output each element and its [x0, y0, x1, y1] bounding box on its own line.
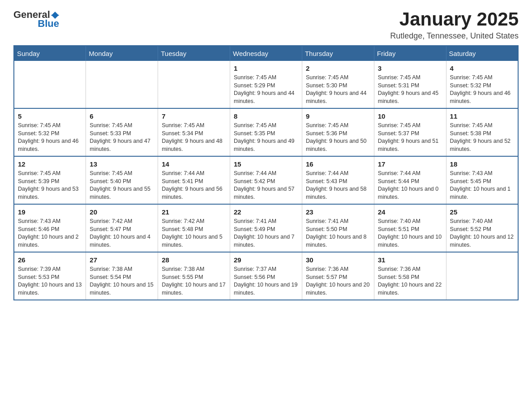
day-of-week-header: Saturday: [446, 46, 518, 61]
calendar-cell: 13Sunrise: 7:45 AM Sunset: 5:40 PM Dayli…: [86, 156, 158, 204]
day-number: 11: [450, 111, 514, 121]
day-info: Sunrise: 7:43 AM Sunset: 5:46 PM Dayligh…: [18, 218, 82, 249]
day-info: Sunrise: 7:38 AM Sunset: 5:55 PM Dayligh…: [162, 265, 226, 297]
day-info: Sunrise: 7:45 AM Sunset: 5:39 PM Dayligh…: [18, 170, 82, 201]
day-info: Sunrise: 7:41 AM Sunset: 5:50 PM Dayligh…: [306, 218, 370, 249]
calendar-cell: [86, 61, 158, 108]
logo-text-blue: Blue: [38, 18, 59, 30]
calendar-cell: 23Sunrise: 7:41 AM Sunset: 5:50 PM Dayli…: [302, 204, 374, 252]
day-number: 30: [306, 255, 370, 265]
calendar-cell: 26Sunrise: 7:39 AM Sunset: 5:53 PM Dayli…: [14, 252, 86, 300]
calendar-week-row: 19Sunrise: 7:43 AM Sunset: 5:46 PM Dayli…: [14, 204, 518, 252]
calendar-cell: 1Sunrise: 7:45 AM Sunset: 5:29 PM Daylig…: [230, 61, 302, 108]
day-info: Sunrise: 7:45 AM Sunset: 5:40 PM Dayligh…: [90, 170, 154, 201]
calendar-cell: 11Sunrise: 7:45 AM Sunset: 5:38 PM Dayli…: [446, 108, 518, 156]
day-number: 6: [90, 111, 154, 121]
day-number: 24: [378, 207, 442, 217]
calendar-cell: 15Sunrise: 7:44 AM Sunset: 5:42 PM Dayli…: [230, 156, 302, 204]
day-number: 2: [306, 64, 370, 73]
day-info: Sunrise: 7:45 AM Sunset: 5:32 PM Dayligh…: [450, 74, 514, 105]
day-info: Sunrise: 7:45 AM Sunset: 5:31 PM Dayligh…: [378, 74, 442, 105]
day-number: 3: [378, 64, 442, 73]
day-number: 31: [378, 255, 442, 265]
day-info: Sunrise: 7:45 AM Sunset: 5:37 PM Dayligh…: [378, 122, 442, 153]
calendar-cell: 6Sunrise: 7:45 AM Sunset: 5:33 PM Daylig…: [86, 108, 158, 156]
calendar-cell: 10Sunrise: 7:45 AM Sunset: 5:37 PM Dayli…: [374, 108, 446, 156]
calendar-cell: 22Sunrise: 7:41 AM Sunset: 5:49 PM Dayli…: [230, 204, 302, 252]
logo: General Blue: [13, 9, 59, 30]
calendar-cell: 20Sunrise: 7:42 AM Sunset: 5:47 PM Dayli…: [86, 204, 158, 252]
day-number: 19: [18, 207, 82, 217]
day-number: 18: [450, 159, 514, 169]
calendar-table: SundayMondayTuesdayWednesdayThursdayFrid…: [13, 45, 519, 300]
calendar-cell: 19Sunrise: 7:43 AM Sunset: 5:46 PM Dayli…: [14, 204, 86, 252]
day-number: 16: [306, 159, 370, 169]
calendar-cell: 3Sunrise: 7:45 AM Sunset: 5:31 PM Daylig…: [374, 61, 446, 108]
calendar-week-row: 12Sunrise: 7:45 AM Sunset: 5:39 PM Dayli…: [14, 156, 518, 204]
day-number: 29: [234, 255, 298, 265]
calendar-week-row: 26Sunrise: 7:39 AM Sunset: 5:53 PM Dayli…: [14, 252, 518, 300]
day-number: 14: [162, 159, 226, 169]
day-info: Sunrise: 7:43 AM Sunset: 5:45 PM Dayligh…: [450, 170, 514, 201]
day-info: Sunrise: 7:38 AM Sunset: 5:54 PM Dayligh…: [90, 265, 154, 297]
calendar-cell: 18Sunrise: 7:43 AM Sunset: 5:45 PM Dayli…: [446, 156, 518, 204]
day-number: 5: [18, 111, 82, 121]
calendar-cell: 25Sunrise: 7:40 AM Sunset: 5:52 PM Dayli…: [446, 204, 518, 252]
day-info: Sunrise: 7:40 AM Sunset: 5:52 PM Dayligh…: [450, 218, 514, 249]
calendar-cell: 28Sunrise: 7:38 AM Sunset: 5:55 PM Dayli…: [158, 252, 230, 300]
day-of-week-header: Monday: [86, 46, 158, 61]
day-number: 20: [90, 207, 154, 217]
day-number: 23: [306, 207, 370, 217]
calendar-header-row: SundayMondayTuesdayWednesdayThursdayFrid…: [14, 46, 518, 61]
day-info: Sunrise: 7:39 AM Sunset: 5:53 PM Dayligh…: [18, 265, 82, 297]
day-info: Sunrise: 7:45 AM Sunset: 5:34 PM Dayligh…: [162, 122, 226, 153]
day-number: 4: [450, 64, 514, 73]
day-number: 22: [234, 207, 298, 217]
day-info: Sunrise: 7:40 AM Sunset: 5:51 PM Dayligh…: [378, 218, 442, 249]
day-of-week-header: Tuesday: [158, 46, 230, 61]
day-number: 21: [162, 207, 226, 217]
day-number: 7: [162, 111, 226, 121]
day-info: Sunrise: 7:42 AM Sunset: 5:48 PM Dayligh…: [162, 218, 226, 249]
calendar-week-row: 1Sunrise: 7:45 AM Sunset: 5:29 PM Daylig…: [14, 61, 518, 108]
calendar-cell: 30Sunrise: 7:36 AM Sunset: 5:57 PM Dayli…: [302, 252, 374, 300]
day-info: Sunrise: 7:45 AM Sunset: 5:32 PM Dayligh…: [18, 122, 82, 153]
day-number: 8: [234, 111, 298, 121]
day-info: Sunrise: 7:36 AM Sunset: 5:58 PM Dayligh…: [378, 265, 442, 297]
calendar-cell: 2Sunrise: 7:45 AM Sunset: 5:30 PM Daylig…: [302, 61, 374, 108]
day-of-week-header: Wednesday: [230, 46, 302, 61]
calendar-cell: 4Sunrise: 7:45 AM Sunset: 5:32 PM Daylig…: [446, 61, 518, 108]
page-header: General Blue January 2025 Rutledge, Tenn…: [13, 9, 519, 41]
day-info: Sunrise: 7:42 AM Sunset: 5:47 PM Dayligh…: [90, 218, 154, 249]
calendar-cell: 14Sunrise: 7:44 AM Sunset: 5:41 PM Dayli…: [158, 156, 230, 204]
calendar-cell: 12Sunrise: 7:45 AM Sunset: 5:39 PM Dayli…: [14, 156, 86, 204]
day-number: 10: [378, 111, 442, 121]
calendar-cell: [158, 61, 230, 108]
day-info: Sunrise: 7:45 AM Sunset: 5:30 PM Dayligh…: [306, 74, 370, 105]
day-info: Sunrise: 7:45 AM Sunset: 5:29 PM Dayligh…: [234, 74, 298, 105]
day-number: 13: [90, 159, 154, 169]
day-info: Sunrise: 7:41 AM Sunset: 5:49 PM Dayligh…: [234, 218, 298, 249]
day-number: 9: [306, 111, 370, 121]
calendar-cell: 9Sunrise: 7:45 AM Sunset: 5:36 PM Daylig…: [302, 108, 374, 156]
day-info: Sunrise: 7:45 AM Sunset: 5:33 PM Dayligh…: [90, 122, 154, 153]
calendar-cell: 21Sunrise: 7:42 AM Sunset: 5:48 PM Dayli…: [158, 204, 230, 252]
calendar-cell: 29Sunrise: 7:37 AM Sunset: 5:56 PM Dayli…: [230, 252, 302, 300]
calendar-cell: 27Sunrise: 7:38 AM Sunset: 5:54 PM Dayli…: [86, 252, 158, 300]
day-number: 1: [234, 64, 298, 73]
title-area: January 2025 Rutledge, Tennessee, United…: [390, 9, 519, 41]
day-number: 27: [90, 255, 154, 265]
calendar-cell: 17Sunrise: 7:44 AM Sunset: 5:44 PM Dayli…: [374, 156, 446, 204]
day-info: Sunrise: 7:44 AM Sunset: 5:43 PM Dayligh…: [306, 170, 370, 201]
day-number: 25: [450, 207, 514, 217]
calendar-cell: 31Sunrise: 7:36 AM Sunset: 5:58 PM Dayli…: [374, 252, 446, 300]
day-number: 17: [378, 159, 442, 169]
calendar-cell: 24Sunrise: 7:40 AM Sunset: 5:51 PM Dayli…: [374, 204, 446, 252]
day-number: 15: [234, 159, 298, 169]
day-info: Sunrise: 7:36 AM Sunset: 5:57 PM Dayligh…: [306, 265, 370, 297]
day-number: 28: [162, 255, 226, 265]
day-info: Sunrise: 7:44 AM Sunset: 5:41 PM Dayligh…: [162, 170, 226, 201]
day-info: Sunrise: 7:45 AM Sunset: 5:38 PM Dayligh…: [450, 122, 514, 153]
calendar-week-row: 5Sunrise: 7:45 AM Sunset: 5:32 PM Daylig…: [14, 108, 518, 156]
calendar-cell: 5Sunrise: 7:45 AM Sunset: 5:32 PM Daylig…: [14, 108, 86, 156]
